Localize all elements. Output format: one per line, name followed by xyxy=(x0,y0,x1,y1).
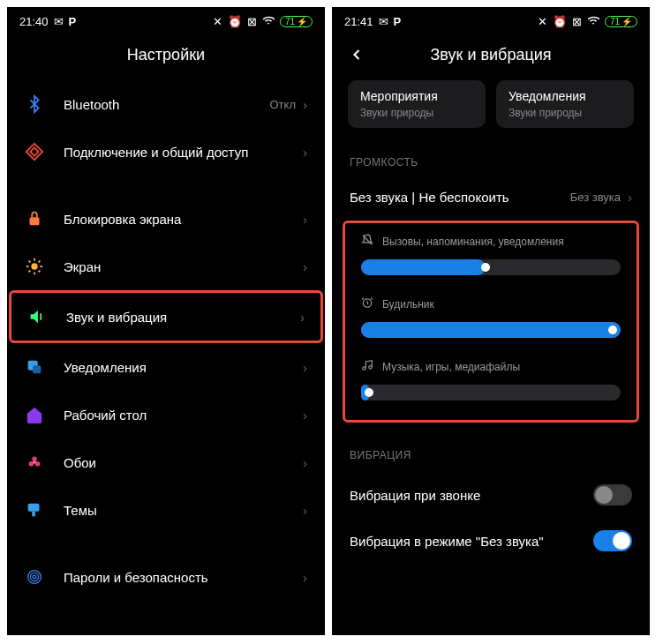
row-sound[interactable]: Звук и вибрация › xyxy=(9,290,323,343)
page-title: Звук и вибрация xyxy=(334,34,648,80)
sound-chips: Мероприятия Звуки природы Уведомления Зв… xyxy=(334,80,648,135)
chevron-right-icon: › xyxy=(628,190,632,205)
chevron-right-icon: › xyxy=(303,97,307,112)
chevron-right-icon: › xyxy=(303,259,307,274)
status-bar: 21:40 ✉ P ✕ ⏰ ⊠ 71⚡ xyxy=(9,9,323,34)
alarm-icon xyxy=(361,296,373,311)
row-themes[interactable]: Темы › xyxy=(9,486,323,534)
section-vibration: ВИБРАЦИЯ xyxy=(334,428,648,472)
page-title: Настройки xyxy=(9,34,323,80)
phone-right: 21:41 ✉ P ✕ ⏰ ⊠ 71⚡ Звук и вибрация Меро… xyxy=(332,7,650,635)
svg-point-20 xyxy=(33,575,36,579)
chevron-right-icon: › xyxy=(300,310,305,325)
svg-rect-17 xyxy=(32,512,35,517)
toggle-vibrate-silent[interactable]: Вибрация в режиме "Без звука" xyxy=(334,518,648,564)
mail-icon: ✉ xyxy=(54,15,64,28)
row-silent-mode[interactable]: Без звука | Не беспокоить Без звука › xyxy=(334,179,648,215)
settings-list: Bluetooth Откл › Подключение и общий дос… xyxy=(9,80,323,601)
status-bar: 21:41 ✉ P ✕ ⏰ ⊠ 71⚡ xyxy=(334,9,648,34)
slider-alarm: Будильник xyxy=(345,288,637,350)
row-label: Блокировка экрана xyxy=(64,212,303,227)
toggle-vibrate-ring[interactable]: Вибрация при звонке xyxy=(334,472,648,518)
music-icon xyxy=(361,359,373,374)
svg-line-6 xyxy=(29,261,31,263)
chip-title: Мероприятия xyxy=(360,89,473,103)
status-time: 21:40 xyxy=(19,15,49,28)
svg-point-1 xyxy=(31,263,37,269)
row-label: Рабочий стол xyxy=(64,408,303,423)
chevron-right-icon: › xyxy=(303,145,307,160)
chip-notifications[interactable]: Уведомления Звуки природы xyxy=(496,80,634,128)
share-icon xyxy=(25,142,44,161)
row-label: Bluetooth xyxy=(64,97,270,112)
battery-indicator: 71⚡ xyxy=(605,16,637,27)
row-lock[interactable]: Блокировка экрана › xyxy=(9,195,323,243)
row-bluetooth[interactable]: Bluetooth Откл › xyxy=(9,80,323,128)
box-icon: ⊠ xyxy=(572,15,582,28)
box-icon: ⊠ xyxy=(247,15,257,28)
p-icon: P xyxy=(394,15,402,28)
chevron-right-icon: › xyxy=(303,570,307,585)
lock-icon xyxy=(25,209,44,228)
mail-icon: ✉ xyxy=(379,15,388,28)
status-time: 21:41 xyxy=(344,15,373,28)
speaker-icon xyxy=(27,307,47,326)
svg-point-24 xyxy=(369,366,373,370)
back-button[interactable] xyxy=(348,46,365,68)
row-screen[interactable]: Экран › xyxy=(9,243,323,290)
toggle-switch[interactable] xyxy=(593,530,632,551)
alarm-icon: ⏰ xyxy=(553,15,567,28)
dnd-icon: ✕ xyxy=(213,15,222,28)
chevron-right-icon: › xyxy=(303,455,307,470)
chevron-right-icon: › xyxy=(303,212,307,227)
chip-events[interactable]: Мероприятия Звуки природы xyxy=(348,80,486,128)
svg-rect-0 xyxy=(30,217,40,225)
toggle-switch[interactable] xyxy=(593,484,632,505)
row-value: Откл xyxy=(270,98,297,111)
svg-rect-16 xyxy=(28,504,40,512)
row-value: Без звука xyxy=(570,191,621,204)
row-label: Звук и вибрация xyxy=(66,310,300,325)
section-volume: ГРОМКОСТЬ xyxy=(334,135,648,179)
volume-sliders-group: Вызовы, напоминания, уведомления Будильн… xyxy=(343,221,639,423)
row-security[interactable]: Пароли и безопасность › xyxy=(9,553,323,601)
fingerprint-icon xyxy=(25,567,44,587)
row-label: Обои xyxy=(64,455,303,470)
slider-label-text: Будильник xyxy=(382,298,434,311)
slider-label-text: Музыка, игры, медиафайлы xyxy=(382,361,520,373)
chip-sub: Звуки природы xyxy=(360,107,473,119)
phone-left: 21:40 ✉ P ✕ ⏰ ⊠ 71⚡ Настройки Bluetooth … xyxy=(7,7,325,635)
row-label: Экран xyxy=(64,259,303,274)
chevron-right-icon: › xyxy=(303,503,307,518)
wifi-icon xyxy=(587,14,599,29)
svg-line-7 xyxy=(39,271,41,273)
row-wallpaper[interactable]: Обои › xyxy=(9,438,323,486)
svg-line-9 xyxy=(39,261,41,263)
svg-point-23 xyxy=(363,367,366,371)
sun-icon xyxy=(25,257,44,276)
alarm-icon: ⏰ xyxy=(228,15,242,28)
toggle-label: Вибрация при звонке xyxy=(350,488,480,503)
svg-rect-11 xyxy=(33,365,41,373)
bell-off-icon xyxy=(361,234,373,249)
row-notif[interactable]: Уведомления › xyxy=(9,343,323,391)
svg-line-8 xyxy=(29,271,31,273)
toggle-label: Вибрация в режиме "Без звука" xyxy=(350,534,544,549)
row-share[interactable]: Подключение и общий доступ › xyxy=(9,128,323,176)
slider-track[interactable] xyxy=(361,259,621,275)
flower-icon xyxy=(25,453,44,472)
row-desktop[interactable]: Рабочий стол › xyxy=(9,391,323,438)
notif-icon xyxy=(25,357,44,377)
slider-label-text: Вызовы, напоминания, уведомления xyxy=(382,236,564,248)
row-label: Уведомления xyxy=(64,360,303,375)
slider-track[interactable] xyxy=(361,385,621,401)
slider-media: Музыка, игры, медиафайлы xyxy=(345,350,637,413)
home-icon xyxy=(25,405,44,424)
wifi-icon xyxy=(262,14,275,29)
row-label: Темы xyxy=(64,503,303,518)
row-label: Пароли и безопасность xyxy=(64,570,303,585)
chevron-right-icon: › xyxy=(303,408,307,423)
svg-point-15 xyxy=(33,461,36,464)
slider-calls: Вызовы, напоминания, уведомления xyxy=(345,225,637,288)
slider-track[interactable] xyxy=(361,322,621,338)
